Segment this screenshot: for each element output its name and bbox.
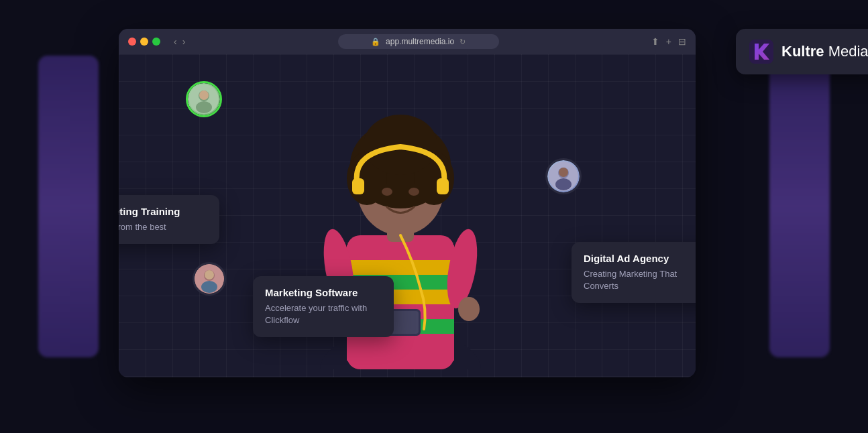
maximize-button[interactable]: [152, 38, 160, 46]
avatar-face-3: [547, 160, 580, 192]
kultre-suffix: Media: [824, 43, 868, 60]
browser-actions: ⬆ + ⊟: [651, 36, 686, 47]
forward-button[interactable]: ›: [182, 36, 186, 47]
kultre-logo-icon: [749, 40, 773, 64]
card-marketing-training: Marketing Training Learn from the best: [119, 195, 219, 244]
svg-point-28: [199, 90, 209, 100]
svg-point-22: [458, 297, 480, 321]
reload-icon[interactable]: ↻: [459, 38, 466, 46]
add-tab-icon[interactable]: +: [666, 36, 671, 47]
tabs-icon[interactable]: ⊟: [678, 36, 686, 47]
avatar-top-left: [186, 81, 222, 117]
url-text: app.multremedia.io: [386, 37, 454, 46]
avatar-top-right: [545, 158, 582, 194]
avatar-bottom-left: [193, 262, 226, 296]
svg-point-16: [409, 188, 419, 196]
avatar-face-1: [188, 83, 220, 115]
card-marketing-software-title: Marketing Software: [265, 287, 382, 298]
address-pill[interactable]: 🔒 app.multremedia.io ↻: [338, 34, 499, 49]
lock-icon: 🔒: [371, 38, 380, 46]
scene: ‹ › 🔒 app.multremedia.io ↻ ⬆ + ⊟: [65, 15, 803, 418]
browser-window: ‹ › 🔒 app.multremedia.io ↻ ⬆ + ⊟: [119, 29, 696, 377]
card-digital-ad-title: Digital Ad Agency: [584, 253, 696, 264]
card-digital-ad: Digital Ad Agency Creating Marketing Tha…: [572, 242, 696, 303]
browser-nav: ‹ ›: [174, 36, 185, 47]
card-marketing-software: Marketing Software Accelerate your traff…: [253, 276, 394, 337]
svg-point-35: [555, 178, 572, 190]
avatar-face-2: [195, 264, 224, 294]
side-panel-right: [769, 56, 830, 357]
svg-rect-18: [437, 178, 449, 194]
svg-rect-17: [352, 178, 364, 194]
share-icon[interactable]: ⬆: [651, 36, 659, 47]
card-marketing-software-desc: Accelerate your traffic with Clickflow: [265, 302, 382, 326]
side-panel-left: [38, 56, 99, 357]
svg-rect-3: [347, 260, 454, 275]
close-button[interactable]: [128, 38, 136, 46]
svg-rect-2: [347, 245, 454, 260]
kultre-brand-name: Kultre Media: [781, 43, 868, 60]
browser-addressbar: 🔒 app.multremedia.io ↻: [204, 34, 632, 49]
browser-titlebar: ‹ › 🔒 app.multremedia.io ↻ ⬆ + ⊟: [119, 29, 696, 54]
svg-point-36: [559, 168, 568, 177]
svg-point-32: [205, 270, 214, 280]
back-button[interactable]: ‹: [174, 36, 177, 47]
svg-point-27: [196, 101, 212, 113]
browser-content: Marketing Training Learn from the best M…: [119, 54, 696, 377]
card-digital-ad-desc: Creating Marketing That Converts: [584, 268, 696, 292]
svg-point-15: [382, 188, 392, 196]
card-marketing-training-title: Marketing Training: [119, 206, 207, 217]
card-marketing-training-desc: Learn from the best: [119, 221, 207, 233]
traffic-lights: [128, 38, 160, 46]
svg-point-31: [201, 281, 217, 293]
kultre-name: Kultre: [781, 43, 824, 60]
minimize-button[interactable]: [140, 38, 148, 46]
svg-rect-8: [347, 334, 454, 361]
kultre-card: Kultre Media: [736, 29, 868, 74]
